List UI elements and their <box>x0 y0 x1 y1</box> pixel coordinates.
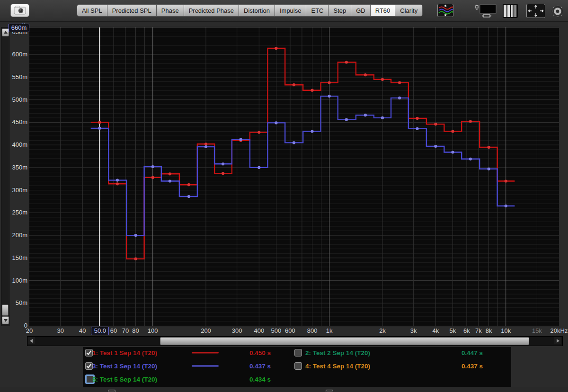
scroll-left-button[interactable] <box>28 337 35 344</box>
trace-label[interactable]: 4: Test 4 Sep 14 (T20) <box>305 363 370 370</box>
band-marker <box>328 95 331 98</box>
horizontal-scrollbar[interactable] <box>27 336 563 346</box>
band-marker <box>451 130 454 133</box>
band-marker <box>98 127 101 130</box>
x-tick-label: 20kHz <box>550 327 568 334</box>
band-marker <box>151 176 154 179</box>
camera-icon <box>11 4 28 16</box>
band-marker <box>187 183 190 186</box>
x-tick-label: 2k <box>379 327 386 334</box>
tab-rt60[interactable]: RT60 <box>371 4 396 17</box>
tab-all-spl[interactable]: All SPL <box>77 4 107 17</box>
band-marker <box>469 120 472 123</box>
left-arrow-icon <box>30 339 33 343</box>
band-marker <box>293 83 295 86</box>
clipped-checkbox <box>326 390 333 392</box>
tab-phase[interactable]: Phase <box>157 4 184 17</box>
legend-panel: 1: Test 1 Sep 14 (T20)0.450 s2: Test 2 S… <box>83 347 511 387</box>
fit-traces-button[interactable] <box>437 4 453 17</box>
y-tick-label: 250m <box>6 209 27 216</box>
band-marker <box>345 61 348 63</box>
plot-area[interactable] <box>29 27 559 326</box>
capture-graph-button[interactable] <box>10 4 29 17</box>
band-marker <box>434 145 437 148</box>
band-marker <box>381 116 384 119</box>
checkmark-icon <box>86 363 92 369</box>
x-tick-label: 40 <box>79 327 86 334</box>
y-tick-label: 100m <box>6 276 27 284</box>
scroll-right-button[interactable] <box>554 337 561 344</box>
trace-checkbox[interactable] <box>85 349 93 356</box>
clipped-checkbox <box>108 390 115 392</box>
x-tick-label: 400 <box>254 327 264 334</box>
band-marker <box>151 165 154 168</box>
y-tick-label: 200m <box>6 232 27 239</box>
trace-label[interactable]: 3: Test 3 Sep 14 (T20) <box>92 363 157 370</box>
x-tick-label: 20 <box>26 327 33 334</box>
band-marker <box>257 166 260 169</box>
y-tick-label: 600m <box>6 51 27 58</box>
band-marker <box>134 258 137 260</box>
x-tick-label: 70 <box>122 327 129 334</box>
x-tick-label: 100 <box>148 327 158 334</box>
tab-gd[interactable]: GD <box>351 4 371 17</box>
app-window: All SPLPredicted SPLPhasePredicted Phase… <box>0 0 568 392</box>
tab-clarity[interactable]: Clarity <box>395 4 423 17</box>
y-axis-max-field[interactable]: 660m <box>9 24 29 32</box>
band-marker <box>116 182 119 185</box>
band-marker <box>451 151 454 153</box>
band-marker <box>398 97 401 99</box>
trace-cursor-value: 0.434 s <box>249 376 271 383</box>
band-marker <box>116 179 119 182</box>
band-marker <box>187 195 190 198</box>
pan-zoom-button[interactable] <box>526 4 545 18</box>
trace-cursor-value: 0.447 s <box>462 349 483 356</box>
layout-icon <box>475 4 497 18</box>
rt60-chart <box>29 27 559 326</box>
x-tick-label: 30 <box>57 327 63 334</box>
x-tick-label: 8k <box>486 327 492 334</box>
pan-arrows-icon <box>527 4 545 18</box>
tab-impulse[interactable]: Impulse <box>275 4 307 17</box>
band-marker <box>505 205 507 207</box>
trace-cursor-value: 0.437 s <box>249 363 271 370</box>
trace-label[interactable]: 5: Test 5 Sep 14 (T20) <box>92 376 157 383</box>
x-tick-label: 15k <box>532 327 542 334</box>
tab-etc[interactable]: ETC <box>306 4 328 17</box>
trace-label[interactable]: 2: Test 2 Sep 14 (T20) <box>305 349 370 356</box>
band-marker <box>364 114 367 116</box>
fit-traces-icon <box>438 4 453 17</box>
x-tick-label: 4k <box>432 327 439 334</box>
x-tick-label: 5k <box>450 327 456 334</box>
band-marker <box>204 143 207 145</box>
y-tick-label: 50m <box>6 299 27 306</box>
tab-distortion[interactable]: Distortion <box>239 4 275 17</box>
x-tick-label: 200 <box>201 327 211 334</box>
band-marker <box>293 141 295 144</box>
band-marker <box>488 146 490 149</box>
octave-bands-button[interactable] <box>503 4 518 18</box>
trace-checkbox[interactable] <box>294 349 302 356</box>
tab-predicted-spl[interactable]: Predicted SPL <box>107 4 157 17</box>
x-tick-label: 300 <box>232 327 242 334</box>
band-marker <box>416 117 419 120</box>
trace-blue <box>91 96 515 235</box>
x-tick-label: 6k <box>463 327 470 334</box>
band-marker <box>311 130 314 133</box>
band-marker <box>398 81 401 84</box>
trace-checkbox[interactable] <box>294 362 302 370</box>
trace-label[interactable]: 1: Test 1 Sep 14 (T20) <box>92 349 157 356</box>
trace-checkbox[interactable] <box>85 362 93 370</box>
band-marker <box>204 145 207 148</box>
y-tick-label: 150m <box>6 254 27 261</box>
band-marker <box>275 121 277 124</box>
tab-predicted-phase[interactable]: Predicted Phase <box>184 4 239 17</box>
window-layout-button[interactable] <box>475 4 497 18</box>
trace-line-sample <box>192 352 219 354</box>
x-tick-label: 3k <box>410 327 417 334</box>
horizontal-scroll-thumb[interactable] <box>160 337 529 345</box>
cursor-frequency-field[interactable]: 50.0 <box>91 327 109 335</box>
settings-button[interactable] <box>550 4 566 19</box>
tab-step[interactable]: Step <box>328 4 351 17</box>
x-tick-label: 80 <box>132 327 139 334</box>
